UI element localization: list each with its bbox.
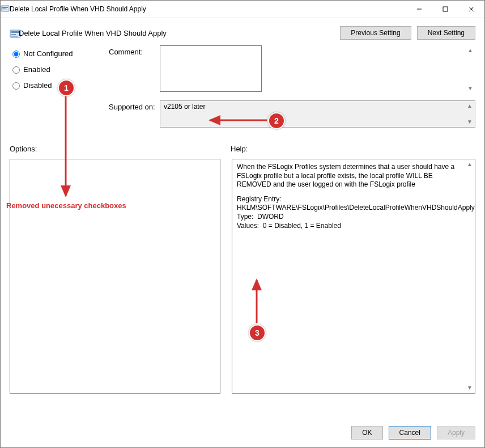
- supported-on-value: v2105 or later ▲ ▼: [160, 100, 475, 128]
- radio-not-configured-label: Not Configured: [23, 49, 73, 58]
- comment-textarea[interactable]: [160, 45, 262, 92]
- callout-1: 1: [58, 79, 75, 96]
- annotation-removed-text: Removed unecessary checkboxes: [6, 201, 126, 210]
- supported-on-text: v2105 or later: [164, 103, 205, 111]
- help-paragraph-1: When the FSLogix Profiles system determi…: [237, 163, 462, 189]
- callout-3: 3: [249, 324, 266, 341]
- gp-title-icon: [1, 5, 10, 14]
- options-label: Options:: [10, 145, 231, 153]
- svg-rect-12: [11, 36, 18, 37]
- svg-rect-3: [2, 9, 6, 9]
- radio-disabled-label: Disabled: [23, 81, 52, 90]
- cancel-button[interactable]: Cancel: [389, 426, 431, 439]
- callout-2: 2: [268, 112, 285, 129]
- scroll-up-icon: ▲: [466, 47, 474, 54]
- radio-not-configured[interactable]: Not Configured: [10, 49, 109, 58]
- titlebar: Delete Local Profile When VHD Should App…: [1, 1, 484, 18]
- radio-enabled[interactable]: Enabled: [10, 65, 109, 74]
- minimize-button[interactable]: [406, 1, 432, 18]
- window-title: Delete Local Profile When VHD Should App…: [10, 5, 406, 13]
- policy-editor-window: Delete Local Profile When VHD Should App…: [0, 0, 485, 448]
- close-button[interactable]: [458, 1, 484, 18]
- body: Not Configured Enabled Disabled Comment:…: [1, 45, 484, 418]
- previous-setting-button[interactable]: Previous Setting: [340, 26, 411, 40]
- maximize-button[interactable]: [432, 1, 458, 18]
- footer: OK Cancel Apply: [1, 418, 484, 447]
- svg-rect-4: [2, 10, 7, 10]
- policy-title: Delete Local Profile When VHD Should App…: [19, 29, 334, 37]
- supported-on-label: Supported on:: [109, 100, 160, 111]
- ok-button[interactable]: OK: [351, 426, 382, 439]
- svg-rect-2: [2, 7, 8, 8]
- scroll-down-icon: ▼: [466, 384, 474, 392]
- radio-enabled-label: Enabled: [23, 65, 50, 74]
- radio-not-configured-input[interactable]: [12, 50, 20, 58]
- radio-disabled-input[interactable]: [12, 82, 20, 90]
- scroll-up-icon: ▲: [466, 160, 474, 168]
- scroll-up-icon: ▲: [466, 102, 474, 110]
- svg-rect-10: [11, 31, 19, 33]
- apply-button[interactable]: Apply: [437, 426, 475, 439]
- options-box: [10, 159, 220, 394]
- next-setting-button[interactable]: Next Setting: [417, 26, 475, 40]
- comment-label: Comment:: [109, 45, 160, 56]
- svg-rect-6: [443, 7, 448, 11]
- help-box: When the FSLogix Profiles system determi…: [232, 159, 475, 394]
- scroll-down-icon: ▼: [466, 84, 474, 92]
- help-label: Help:: [231, 145, 475, 153]
- radio-enabled-input[interactable]: [12, 66, 20, 74]
- svg-rect-11: [11, 34, 16, 35]
- header: Delete Local Profile When VHD Should App…: [1, 18, 484, 45]
- gp-header-icon: [10, 28, 19, 37]
- scroll-down-icon: ▼: [466, 118, 474, 126]
- help-paragraph-2: Registry Entry: HKLM\SOFTWARE\FSLogix\Pr…: [237, 195, 462, 230]
